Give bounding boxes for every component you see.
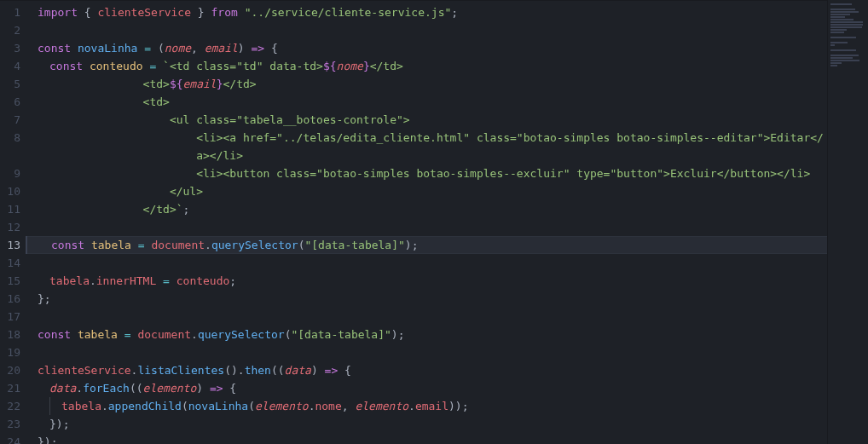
code-line[interactable]: const tabela = document.querySelector("[…	[27, 326, 868, 343]
code-line[interactable]: import { clienteService } from "../servi…	[27, 3, 868, 21]
code-line[interactable]: });	[27, 415, 868, 433]
minimap-line	[830, 21, 863, 23]
code-line[interactable]: <li><button class="botao-simples botao-s…	[27, 164, 868, 182]
minimap-line	[830, 29, 847, 31]
code-line[interactable]: </ul>	[27, 182, 868, 200]
code-line[interactable]: clienteService.listaClientes().then((dat…	[27, 361, 868, 379]
code-line[interactable]	[27, 343, 868, 361]
minimap-line	[830, 16, 845, 18]
code-line[interactable]: <li><a href="../telas/edita_cliente.html…	[27, 129, 868, 147]
line-number: 22	[0, 397, 27, 415]
minimap-line	[830, 11, 859, 13]
code-line[interactable]: });	[27, 433, 868, 444]
code-line[interactable]	[27, 308, 868, 326]
code-line[interactable]: <td>	[27, 93, 868, 111]
line-number: 8	[0, 129, 27, 147]
line-number: 12	[0, 218, 27, 236]
minimap-line	[830, 24, 863, 26]
line-number: 4	[0, 57, 27, 75]
minimap-line	[830, 19, 854, 20]
line-number: 21	[0, 379, 27, 397]
code-line[interactable]: <td>${email}</td>	[27, 75, 868, 93]
code-line-wrap[interactable]: a></li>	[27, 147, 868, 164]
minimap-line	[830, 62, 842, 64]
minimap-line	[830, 57, 853, 59]
line-number: 7	[0, 111, 27, 129]
minimap-line	[830, 49, 856, 51]
minimap-line	[830, 14, 850, 15]
code-line[interactable]: const tabela = document.querySelector("[…	[26, 236, 868, 254]
code-line[interactable]: const novaLinha = (nome, email) => {	[27, 39, 868, 57]
minimap-line	[830, 55, 859, 56]
line-number: 10	[0, 182, 27, 200]
line-number: 2	[0, 21, 27, 39]
line-number: 13	[0, 236, 27, 254]
line-number: 1	[0, 3, 27, 21]
code-line[interactable]: data.forEach((elemento) => {	[27, 379, 868, 397]
minimap-line	[830, 44, 835, 46]
minimap-line	[830, 9, 855, 10]
line-number-gutter: 12345678 9101112131415161718192021222324…	[0, 2, 27, 444]
minimap-line	[830, 32, 844, 33]
minimap-line	[830, 60, 859, 61]
line-number: 9	[0, 164, 27, 182]
minimap[interactable]	[827, 0, 868, 444]
minimap-line	[830, 37, 856, 38]
code-line[interactable]: </td>`;	[27, 200, 868, 218]
line-number: 24	[0, 433, 27, 444]
line-number: 20	[0, 361, 27, 379]
line-number: 11	[0, 200, 27, 218]
code-editor[interactable]: 12345678 9101112131415161718192021222324…	[0, 2, 868, 444]
line-number: 23	[0, 415, 27, 433]
code-line[interactable]	[27, 254, 868, 272]
line-number: 16	[0, 290, 27, 308]
code-line[interactable]	[27, 21, 868, 39]
line-number: 3	[0, 39, 27, 57]
code-line[interactable]: <ul class="tabela__botoes-controle">	[27, 111, 868, 129]
line-number: 19	[0, 343, 27, 361]
code-line[interactable]	[27, 218, 868, 236]
minimap-line	[830, 26, 862, 28]
code-line[interactable]: const conteudo = `<td class="td" data-td…	[27, 57, 868, 75]
code-line[interactable]: tabela.appendChild(novaLinha(elemento.no…	[27, 397, 868, 415]
line-number: 18	[0, 326, 27, 343]
minimap-line	[830, 65, 837, 66]
code-line[interactable]: };	[27, 290, 868, 308]
code-line[interactable]: tabela.innerHTML = conteudo;	[27, 272, 868, 290]
line-number: 17	[0, 308, 27, 326]
minimap-line	[830, 42, 848, 43]
code-area[interactable]: import { clienteService } from "../servi…	[27, 2, 868, 444]
minimap-line	[830, 3, 852, 5]
line-number: 15	[0, 272, 27, 290]
line-number: 14	[0, 254, 27, 272]
line-number: 6	[0, 93, 27, 111]
line-number: 5	[0, 75, 27, 93]
